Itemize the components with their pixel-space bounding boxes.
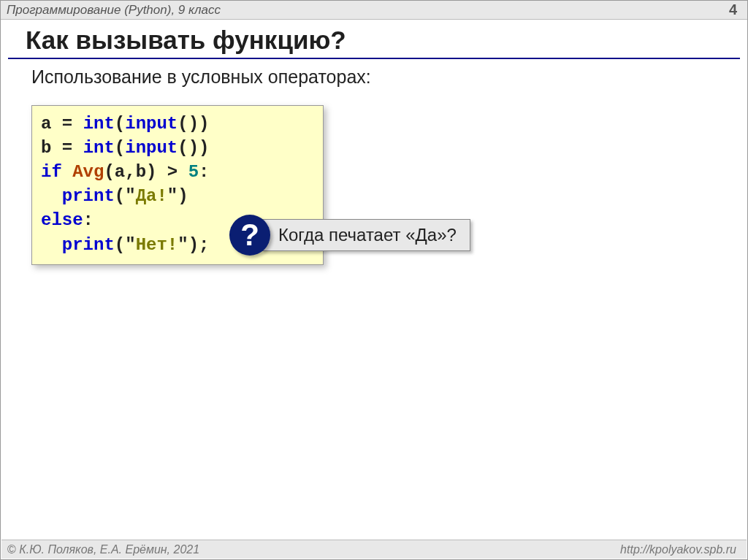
- code-token: Нет!: [136, 235, 178, 255]
- code-token: (": [115, 235, 136, 255]
- code-token: ()): [178, 138, 209, 158]
- code-token: =: [51, 138, 83, 158]
- code-token: (: [115, 138, 125, 158]
- code-token: =: [51, 114, 83, 134]
- code-token: print: [62, 186, 115, 206]
- code-token: (a,b): [104, 162, 156, 182]
- code-token: (: [115, 114, 125, 134]
- code-token: 5: [188, 162, 199, 182]
- code-token: print: [62, 235, 115, 255]
- code-token: int: [83, 114, 115, 134]
- code-indent: [41, 235, 62, 255]
- callout-text: Когда печатает «Да»?: [262, 219, 470, 251]
- code-token: b: [41, 138, 51, 158]
- code-token: int: [83, 138, 115, 158]
- code-token: [62, 162, 72, 182]
- footer-url: http://kpolyakov.spb.ru: [620, 543, 736, 556]
- title-underline: [8, 58, 740, 59]
- footer-bar: © К.Ю. Поляков, Е.А. Ерёмин, 2021 http:/…: [1, 540, 747, 559]
- code-token: :: [83, 210, 94, 230]
- slide-title: Как вызывать функцию?: [26, 26, 747, 55]
- code-token: if: [41, 162, 62, 182]
- subtitle: Использование в условных операторах:: [31, 66, 747, 88]
- code-token: (": [115, 186, 136, 206]
- question-callout: ? Когда печатает «Да»?: [229, 215, 470, 256]
- slide: Программирование (Python), 9 класс 4 Как…: [0, 0, 748, 560]
- code-token: Avg: [72, 162, 104, 182]
- header-bar: Программирование (Python), 9 класс 4: [1, 1, 747, 20]
- copyright: © К.Ю. Поляков, Е.А. Ерёмин, 2021: [7, 543, 199, 556]
- code-token: "): [167, 186, 188, 206]
- code-token: Да!: [136, 186, 167, 206]
- page-number: 4: [729, 1, 737, 18]
- code-indent: [41, 186, 62, 206]
- code-token: ");: [178, 235, 209, 255]
- code-token: else: [41, 210, 83, 230]
- code-token: :: [199, 162, 209, 182]
- code-token: ()): [178, 114, 209, 134]
- code-token: >: [156, 162, 188, 182]
- code-token: input: [125, 114, 178, 134]
- course-title: Программирование (Python), 9 класс: [7, 3, 221, 18]
- code-token: input: [125, 138, 178, 158]
- copyright-text: К.Ю. Поляков, Е.А. Ерёмин, 2021: [19, 543, 199, 556]
- question-mark-icon: ?: [229, 215, 270, 256]
- code-token: a: [41, 114, 51, 134]
